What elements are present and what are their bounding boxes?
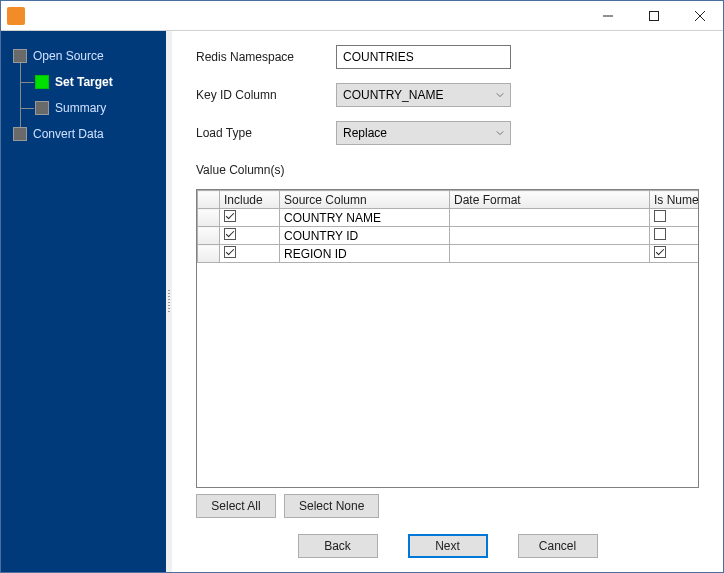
label-load-type: Load Type bbox=[196, 126, 336, 140]
table-row[interactable]: COUNTRY ID bbox=[198, 227, 700, 245]
maximize-icon bbox=[648, 10, 660, 22]
header-source-column[interactable]: Source Column bbox=[280, 191, 450, 209]
step-marker-icon bbox=[35, 75, 49, 89]
label-key-id-column: Key ID Column bbox=[196, 88, 336, 102]
include-checkbox[interactable] bbox=[224, 210, 236, 222]
chevron-down-icon bbox=[496, 91, 504, 99]
header-include[interactable]: Include bbox=[220, 191, 280, 209]
selection-buttons: Select All Select None bbox=[196, 494, 699, 518]
include-checkbox[interactable] bbox=[224, 228, 236, 240]
svg-rect-1 bbox=[650, 11, 659, 20]
row-header-cell[interactable] bbox=[198, 227, 220, 245]
close-icon bbox=[694, 10, 706, 22]
date-format-cell[interactable] bbox=[450, 245, 650, 263]
include-cell[interactable] bbox=[220, 227, 280, 245]
step-open-source[interactable]: Open Source bbox=[9, 43, 158, 69]
wizard-footer: Back Next Cancel bbox=[196, 530, 699, 562]
chevron-down-icon bbox=[496, 129, 504, 137]
row-load-type: Load Type Replace bbox=[196, 121, 699, 145]
titlebar bbox=[1, 1, 723, 31]
step-summary[interactable]: Summary bbox=[9, 95, 158, 121]
label-redis-namespace: Redis Namespace bbox=[196, 50, 336, 64]
step-label: Summary bbox=[55, 101, 106, 115]
cancel-button[interactable]: Cancel bbox=[518, 534, 598, 558]
key-id-column-select[interactable]: COUNTRY_NAME bbox=[336, 83, 511, 107]
is-numeric-cell[interactable] bbox=[650, 209, 700, 227]
step-label: Set Target bbox=[55, 75, 113, 89]
is-numeric-checkbox[interactable] bbox=[654, 246, 666, 258]
main-panel: Redis Namespace Key ID Column COUNTRY_NA… bbox=[172, 31, 723, 572]
row-redis-namespace: Redis Namespace bbox=[196, 45, 699, 69]
step-label: Convert Data bbox=[33, 127, 104, 141]
splitter[interactable] bbox=[166, 31, 172, 572]
table-row[interactable]: REGION ID bbox=[198, 245, 700, 263]
grid-table: Include Source Column Date Format Is Num… bbox=[197, 190, 699, 263]
header-date-format[interactable]: Date Format bbox=[450, 191, 650, 209]
is-numeric-checkbox[interactable] bbox=[654, 210, 666, 222]
include-checkbox[interactable] bbox=[224, 246, 236, 258]
date-format-cell[interactable] bbox=[450, 209, 650, 227]
app-icon bbox=[7, 7, 25, 25]
source-column-cell[interactable]: REGION ID bbox=[280, 245, 450, 263]
key-id-column-value: COUNTRY_NAME bbox=[343, 88, 443, 102]
step-tree: Open Source Set Target Summary Convert D… bbox=[9, 43, 158, 147]
wizard-sidebar: Open Source Set Target Summary Convert D… bbox=[1, 31, 166, 572]
table-row[interactable]: COUNTRY NAME bbox=[198, 209, 700, 227]
row-key-id-column: Key ID Column COUNTRY_NAME bbox=[196, 83, 699, 107]
next-button[interactable]: Next bbox=[408, 534, 488, 558]
close-button[interactable] bbox=[677, 1, 723, 30]
source-column-cell[interactable]: COUNTRY NAME bbox=[280, 209, 450, 227]
window-controls bbox=[585, 1, 723, 30]
load-type-select[interactable]: Replace bbox=[336, 121, 511, 145]
is-numeric-cell[interactable] bbox=[650, 245, 700, 263]
header-is-numeric[interactable]: Is Numeric bbox=[650, 191, 700, 209]
back-button[interactable]: Back bbox=[298, 534, 378, 558]
include-cell[interactable] bbox=[220, 209, 280, 227]
is-numeric-checkbox[interactable] bbox=[654, 228, 666, 240]
step-convert-data[interactable]: Convert Data bbox=[9, 121, 158, 147]
grid-header-row: Include Source Column Date Format Is Num… bbox=[198, 191, 700, 209]
source-column-cell[interactable]: COUNTRY ID bbox=[280, 227, 450, 245]
load-type-value: Replace bbox=[343, 126, 387, 140]
redis-namespace-input[interactable] bbox=[336, 45, 511, 69]
date-format-cell[interactable] bbox=[450, 227, 650, 245]
minimize-icon bbox=[602, 10, 614, 22]
include-cell[interactable] bbox=[220, 245, 280, 263]
minimize-button[interactable] bbox=[585, 1, 631, 30]
step-label: Open Source bbox=[33, 49, 104, 63]
wizard-window: Open Source Set Target Summary Convert D… bbox=[0, 0, 724, 573]
row-header-cell[interactable] bbox=[198, 209, 220, 227]
select-all-button[interactable]: Select All bbox=[196, 494, 276, 518]
row-header-cell[interactable] bbox=[198, 245, 220, 263]
maximize-button[interactable] bbox=[631, 1, 677, 30]
step-marker-icon bbox=[13, 127, 27, 141]
step-marker-icon bbox=[13, 49, 27, 63]
body: Open Source Set Target Summary Convert D… bbox=[1, 31, 723, 572]
value-columns-grid: Include Source Column Date Format Is Num… bbox=[196, 189, 699, 488]
select-none-button[interactable]: Select None bbox=[284, 494, 379, 518]
label-value-columns: Value Column(s) bbox=[196, 163, 699, 177]
step-marker-icon bbox=[35, 101, 49, 115]
step-set-target[interactable]: Set Target bbox=[9, 69, 158, 95]
is-numeric-cell[interactable] bbox=[650, 227, 700, 245]
grid-corner bbox=[198, 191, 220, 209]
